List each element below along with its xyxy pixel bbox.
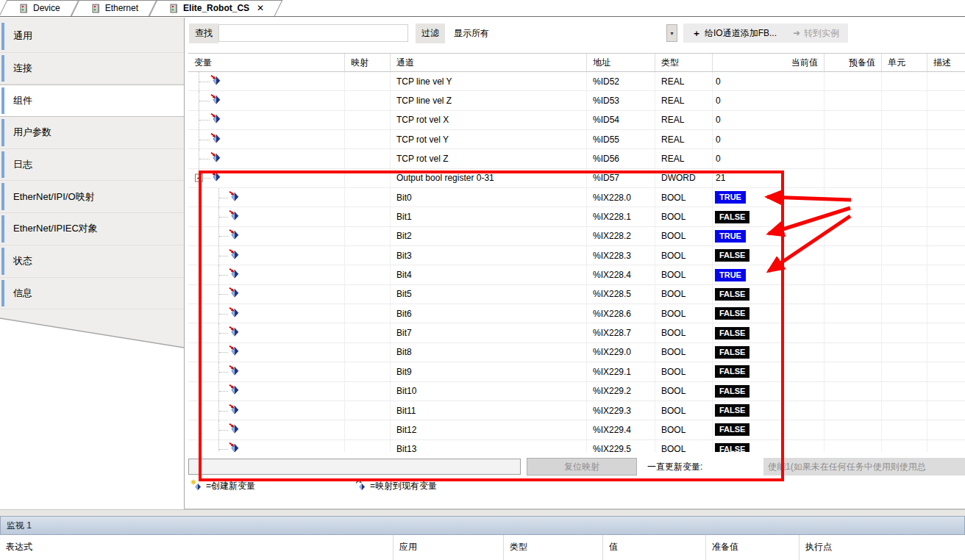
sidebar-item-3[interactable]: 用户参数 xyxy=(0,117,184,149)
sidebar-item-0[interactable]: 通用 xyxy=(0,21,184,53)
current-value-cell[interactable]: FALSE xyxy=(713,323,825,342)
variable-cell[interactable] xyxy=(188,265,345,284)
current-value-cell[interactable]: FALSE xyxy=(713,440,825,452)
tab-elite-robot-cs[interactable]: Elite_Robot_CS✕ xyxy=(153,0,279,16)
variable-cell[interactable] xyxy=(188,149,345,168)
watch-column-header-0[interactable]: 表达式 xyxy=(0,535,394,560)
bool-value-badge[interactable]: FALSE xyxy=(715,346,749,359)
bool-value-badge[interactable]: FALSE xyxy=(715,365,749,378)
tab-device[interactable]: Device xyxy=(3,0,75,16)
column-header-8[interactable]: 描述 xyxy=(927,54,965,71)
goto-instance-button[interactable]: ➜ 转到实例 xyxy=(793,27,839,40)
mapping-cell[interactable] xyxy=(345,304,391,323)
current-value-cell[interactable]: FALSE xyxy=(713,343,825,362)
prepared-value-cell[interactable] xyxy=(825,72,882,90)
collapse-expander[interactable]: − xyxy=(195,174,203,182)
sidebar-item-4[interactable]: 日志 xyxy=(0,149,184,182)
current-value-cell[interactable]: FALSE xyxy=(713,362,825,381)
mapping-cell[interactable] xyxy=(345,246,391,265)
column-header-4[interactable]: 类型 xyxy=(655,54,713,71)
io-row-bit9[interactable]: Bit9%IX229.1BOOLFALSE xyxy=(188,362,965,381)
sidebar-item-5[interactable]: EtherNet/IPI/O映射 xyxy=(0,181,184,213)
io-row-tcp-line-vel-z[interactable]: TCP line vel Z%ID53REAL0 xyxy=(188,91,965,110)
io-row-bit6[interactable]: Bit6%IX228.6BOOLFALSE xyxy=(188,304,965,323)
variable-cell[interactable]: − xyxy=(188,169,345,187)
current-value[interactable]: 21 xyxy=(713,173,725,183)
variable-cell[interactable] xyxy=(188,130,345,148)
mapping-cell[interactable] xyxy=(345,227,391,245)
mapping-cell[interactable] xyxy=(345,130,391,148)
mapping-cell[interactable] xyxy=(345,265,391,284)
sidebar-item-2[interactable]: 组件 xyxy=(0,85,184,117)
sidebar-item-6[interactable]: EtherNet/IPIEC对象 xyxy=(0,213,184,245)
variable-cell[interactable] xyxy=(188,323,345,342)
prepared-value-cell[interactable] xyxy=(825,343,882,362)
prepared-value-cell[interactable] xyxy=(825,169,882,187)
current-value[interactable]: 0 xyxy=(713,134,721,145)
prepared-value-cell[interactable] xyxy=(825,265,882,284)
prepared-value-cell[interactable] xyxy=(825,188,882,207)
bool-value-badge[interactable]: FALSE xyxy=(715,404,749,417)
mapping-cell[interactable] xyxy=(345,91,391,110)
current-value-cell[interactable]: FALSE xyxy=(713,304,825,323)
mapping-cell[interactable] xyxy=(345,420,391,439)
mapping-cell[interactable] xyxy=(345,440,391,452)
variable-cell[interactable] xyxy=(188,440,345,452)
column-header-5[interactable]: 当前值 xyxy=(713,54,825,71)
io-row-bit8[interactable]: Bit8%IX229.0BOOLFALSE xyxy=(188,343,965,362)
io-row-bit3[interactable]: Bit3%IX228.3BOOLFALSE xyxy=(188,246,965,265)
io-row-tcp-rot-vel-z[interactable]: TCP rot vel Z%ID56REAL0 xyxy=(188,149,965,168)
io-row-output-bool-register-0-31[interactable]: − Output bool register 0-31%ID57DWORD21 xyxy=(188,169,965,188)
current-value-cell[interactable]: FALSE xyxy=(713,401,825,420)
current-value[interactable]: 0 xyxy=(713,96,721,106)
sidebar-item-1[interactable]: 连接 xyxy=(0,53,184,85)
column-header-0[interactable]: 变量 xyxy=(188,54,345,71)
chevron-down-icon[interactable]: ▾ xyxy=(666,24,677,42)
watch-column-header-1[interactable]: 应用 xyxy=(394,535,504,560)
bool-value-badge[interactable]: FALSE xyxy=(715,327,749,340)
watch-column-header-5[interactable]: 执行点 xyxy=(800,535,965,560)
bool-value-badge[interactable]: TRUE xyxy=(715,230,746,243)
io-row-tcp-rot-vel-y[interactable]: TCP rot vel Y%ID55REAL0 xyxy=(188,130,965,149)
current-value-cell[interactable]: TRUE xyxy=(713,188,825,207)
filter-dropdown[interactable]: 显示所有 ▾ xyxy=(448,24,677,42)
sidebar-item-8[interactable]: 信息 xyxy=(0,278,184,310)
prepared-value-cell[interactable] xyxy=(825,304,882,323)
current-value-cell[interactable]: 0 xyxy=(713,130,825,148)
prepared-value-cell[interactable] xyxy=(825,401,882,420)
mapping-cell[interactable] xyxy=(345,382,391,401)
io-row-tcp-line-vel-y[interactable]: TCP line vel Y%ID52REAL0 xyxy=(188,72,965,91)
mapping-cell[interactable] xyxy=(345,72,391,90)
io-row-bit11[interactable]: Bit11%IX229.3BOOLFALSE xyxy=(188,401,965,420)
io-row-bit7[interactable]: Bit7%IX228.7BOOLFALSE xyxy=(188,323,965,342)
current-value-cell[interactable]: 0 xyxy=(713,149,825,168)
current-value-cell[interactable]: 0 xyxy=(713,72,825,90)
variable-cell[interactable] xyxy=(188,420,345,439)
column-header-3[interactable]: 地址 xyxy=(587,54,655,71)
add-fb-to-io-channel-button[interactable]: ＋ 给IO通道添加FB... xyxy=(692,27,777,40)
prepared-value-cell[interactable] xyxy=(825,323,882,342)
variable-cell[interactable] xyxy=(188,72,345,90)
current-value-cell[interactable]: FALSE xyxy=(713,420,825,439)
io-row-bit12[interactable]: Bit12%IX229.4BOOLFALSE xyxy=(188,420,965,439)
mapping-cell[interactable] xyxy=(345,111,391,129)
variable-cell[interactable] xyxy=(188,227,345,245)
io-row-bit10[interactable]: Bit10%IX229.2BOOLFALSE xyxy=(188,382,965,401)
column-header-7[interactable]: 单元 xyxy=(882,54,927,71)
mapping-cell[interactable] xyxy=(345,188,391,207)
bool-value-badge[interactable]: FALSE xyxy=(715,249,749,262)
current-value-cell[interactable]: FALSE xyxy=(713,207,825,226)
variable-cell[interactable] xyxy=(188,382,345,401)
panel-splitter[interactable] xyxy=(0,509,965,516)
prepared-value-cell[interactable] xyxy=(825,440,882,452)
prepared-value-cell[interactable] xyxy=(825,111,882,129)
io-row-bit5[interactable]: Bit5%IX228.5BOOLFALSE xyxy=(188,285,965,304)
tab-ethernet[interactable]: Ethernet xyxy=(75,0,153,16)
io-row-tcp-rot-vel-x[interactable]: TCP rot vel X%ID54REAL0 xyxy=(188,111,965,130)
current-value[interactable]: 0 xyxy=(713,115,721,125)
watch-column-header-4[interactable]: 准备值 xyxy=(706,535,800,560)
current-value-cell[interactable]: 21 xyxy=(713,169,825,187)
variable-cell[interactable] xyxy=(188,111,345,129)
io-row-bit0[interactable]: Bit0%IX228.0BOOLTRUE xyxy=(188,188,965,207)
mapping-cell[interactable] xyxy=(345,169,391,187)
